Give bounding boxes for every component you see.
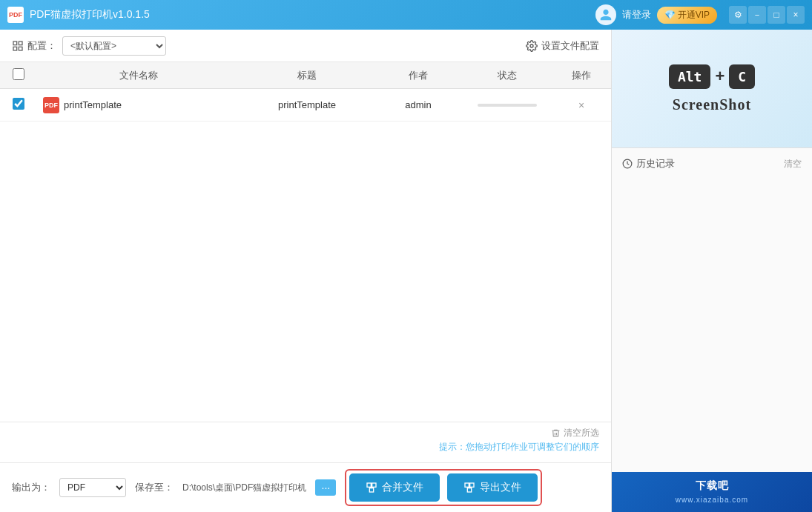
svg-rect-6 bbox=[372, 483, 376, 487]
watermark-area: 下载吧www.xiazaiba.com bbox=[612, 472, 812, 512]
left-panel: 配置： <默认配置> 设置文件配置 文件名称 标题 作者 状态 操作 bbox=[0, 30, 612, 512]
login-text[interactable]: 请登录 bbox=[622, 8, 651, 21]
svg-rect-3 bbox=[19, 47, 22, 50]
screenshot-title: ScreenShot bbox=[673, 96, 751, 113]
user-avatar[interactable] bbox=[595, 4, 616, 25]
vip-button[interactable]: 💎 开通VIP bbox=[657, 7, 717, 24]
footer: 输出为： PDF 保存至： D:\tools\桌面\PDF猫虚拟打印机 ··· … bbox=[0, 462, 611, 512]
svg-rect-9 bbox=[470, 483, 474, 487]
row-title-cell: printTemplate bbox=[240, 99, 374, 110]
window-controls: ⚙ － □ × bbox=[729, 6, 805, 24]
clear-history-button[interactable]: 清空 bbox=[784, 158, 802, 170]
row-status-cell bbox=[463, 104, 552, 107]
select-all-checkbox[interactable] bbox=[13, 68, 24, 80]
col-header-title: 标题 bbox=[240, 69, 374, 82]
status-progress-bar bbox=[478, 104, 537, 107]
row-delete-cell: × bbox=[552, 99, 611, 111]
save-path-text: D:\tools\桌面\PDF猫虚拟打印机 bbox=[182, 482, 306, 494]
config-right[interactable]: 设置文件配置 bbox=[526, 39, 599, 53]
row-checkbox-cell bbox=[0, 98, 37, 112]
pdf-file-icon: PDF bbox=[43, 97, 59, 113]
row-filename: printTemplate bbox=[64, 99, 122, 110]
clear-all-button[interactable]: 清空所选 bbox=[12, 427, 599, 439]
maximize-button[interactable]: □ bbox=[768, 6, 785, 24]
col-header-select bbox=[0, 68, 37, 82]
col-header-action: 操作 bbox=[552, 69, 611, 82]
file-table: 文件名称 标题 作者 状态 操作 PDF printTemplate print… bbox=[0, 62, 611, 422]
row-author-cell: admin bbox=[374, 99, 463, 110]
watermark: 下载吧www.xiazaiba.com bbox=[612, 472, 812, 512]
title-bar-right: 请登录 💎 开通VIP ⚙ － □ × bbox=[595, 4, 805, 25]
export-files-button[interactable]: 导出文件 bbox=[447, 473, 538, 502]
output-format-select[interactable]: PDF bbox=[59, 478, 126, 497]
alt-key-badge: Alt bbox=[669, 64, 711, 89]
table-row: PDF printTemplate printTemplate admin × bbox=[0, 89, 611, 122]
title-bar: PDF PDF猫虚拟打印机v1.0.1.5 请登录 💎 开通VIP ⚙ － □ … bbox=[0, 0, 812, 30]
history-title: 历史记录 bbox=[622, 157, 675, 170]
config-bar: 配置： <默认配置> 设置文件配置 bbox=[0, 30, 611, 62]
main-layout: 配置： <默认配置> 设置文件配置 文件名称 标题 作者 状态 操作 bbox=[0, 30, 812, 512]
svg-rect-2 bbox=[13, 47, 17, 50]
config-select[interactable]: <默认配置> bbox=[62, 36, 166, 56]
bottom-actions: 清空所选 提示：您拖动打印作业可调整它们的顺序 bbox=[0, 422, 611, 462]
app-title: PDF猫虚拟打印机v1.0.1.5 bbox=[30, 8, 595, 21]
svg-rect-0 bbox=[13, 41, 17, 45]
right-panel: Alt + C ScreenShot 历史记录 清空 下载吧www.xiazai… bbox=[612, 30, 812, 512]
minimize-button[interactable]: － bbox=[748, 6, 766, 24]
shortcut-display: Alt + C bbox=[669, 64, 755, 89]
hint-text: 提示：您拖动打印作业可调整它们的顺序 bbox=[12, 441, 599, 453]
table-header: 文件名称 标题 作者 状态 操作 bbox=[0, 62, 611, 89]
save-label: 保存至： bbox=[135, 481, 174, 494]
action-buttons-wrapper: 合并文件 导出文件 bbox=[345, 469, 542, 506]
settings-icon[interactable]: ⚙ bbox=[729, 6, 747, 24]
col-header-author: 作者 bbox=[374, 69, 463, 82]
close-button[interactable]: × bbox=[787, 6, 805, 24]
app-icon: PDF bbox=[7, 7, 24, 23]
merge-files-button[interactable]: 合并文件 bbox=[349, 473, 440, 502]
c-key-badge: C bbox=[729, 64, 755, 89]
screenshot-promo: Alt + C ScreenShot bbox=[612, 30, 812, 148]
history-header: 历史记录 清空 bbox=[622, 157, 802, 170]
history-section: 历史记录 清空 bbox=[612, 148, 812, 472]
col-header-filename: 文件名称 bbox=[37, 69, 240, 82]
delete-row-button[interactable]: × bbox=[578, 99, 584, 111]
svg-rect-5 bbox=[367, 483, 371, 487]
output-label: 输出为： bbox=[12, 481, 50, 494]
plus-sign: + bbox=[715, 67, 724, 86]
svg-rect-7 bbox=[370, 488, 374, 492]
browse-button[interactable]: ··· bbox=[315, 479, 336, 496]
row-checkbox[interactable] bbox=[13, 98, 24, 110]
svg-rect-1 bbox=[19, 41, 22, 45]
col-header-status: 状态 bbox=[463, 69, 552, 82]
svg-rect-10 bbox=[468, 488, 472, 492]
row-filename-cell: PDF printTemplate bbox=[37, 97, 240, 113]
svg-rect-8 bbox=[465, 483, 469, 487]
config-label: 配置： bbox=[12, 39, 56, 53]
svg-point-4 bbox=[530, 44, 533, 47]
